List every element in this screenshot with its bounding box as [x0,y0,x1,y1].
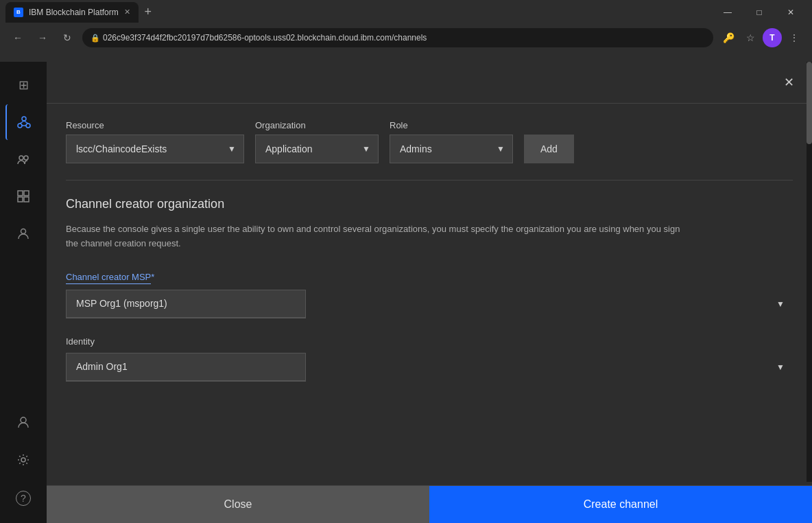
key-icon[interactable]: 🔑 [719,28,738,47]
msp-chevron-icon: ▼ [776,299,785,309]
window-controls: — □ ✕ [712,0,807,24]
menu-button[interactable]: ⋮ [785,28,804,47]
svg-line-3 [20,121,24,124]
new-tab-button[interactable]: + [139,3,158,22]
role-select[interactable]: Admins [390,135,513,163]
star-icon[interactable]: ☆ [741,28,760,47]
modal-close-button[interactable]: ✕ [779,73,798,92]
sidebar-item-nodes[interactable] [5,104,41,140]
resource-select-wrapper: lscc/ChaincodeExists ▼ [66,135,244,163]
sidebar-item-help[interactable]: ? [5,480,41,516]
msp-select-wrapper: MSP Org1 (msporg1) ▼ [66,290,793,318]
organization-select[interactable]: Application [255,135,379,163]
users-icon [16,226,30,240]
svg-point-13 [21,417,26,423]
section-description: Because the console gives a single user … [66,222,683,251]
sidebar-item-organizations[interactable] [5,141,41,177]
svg-point-7 [24,156,28,160]
sidebar-bottom: ? [5,404,41,518]
title-bar: B IBM Blockchain Platform ✕ + — □ ✕ [0,0,812,24]
modal-footer: Close Create channel [47,485,812,523]
grid-icon: ⊞ [19,78,29,93]
address-input[interactable]: 🔒 026c9e3f374d4f2fbc20197d7bd62586-optoo… [82,28,713,47]
svg-rect-9 [24,191,29,196]
svg-line-4 [24,121,28,124]
footer-close-button[interactable]: Close [47,486,429,523]
lock-icon: 🔒 [91,34,100,43]
svg-point-6 [19,156,23,160]
svg-point-2 [26,124,30,128]
sidebar: ⊞ [0,62,47,523]
svg-point-0 [22,117,26,121]
svg-rect-10 [18,197,23,202]
identity-label: Identity [66,336,95,347]
resource-label: Resource [66,120,244,130]
modal-panel: ✕ Resource lscc/ChaincodeExists ▼ Organi… [47,62,812,523]
channel-creator-section: Channel creator organization Because the… [66,197,793,382]
tab-close-button[interactable]: ✕ [124,8,130,16]
resource-select[interactable]: lscc/ChaincodeExists [66,135,244,163]
identity-select-wrapper: Admin Org1 ▼ [66,353,793,382]
sidebar-item-identity[interactable] [5,404,41,439]
organization-label: Organization [255,120,379,130]
maximize-button[interactable]: □ [743,0,775,24]
forward-button[interactable]: → [33,28,52,47]
reload-button[interactable]: ↻ [58,28,77,47]
footer-create-button[interactable]: Create channel [429,486,812,523]
back-button[interactable]: ← [8,28,27,47]
window-close-button[interactable]: ✕ [775,0,807,24]
browser-actions: 🔑 ☆ T ⋮ [719,28,804,47]
help-icon: ? [16,491,31,506]
channel-icon [16,189,30,203]
minimize-button[interactable]: — [712,0,743,24]
svg-point-1 [18,124,22,128]
identity-field: Identity Admin Org1 ▼ [66,335,793,382]
browser-tab[interactable]: B IBM Blockchain Platform ✕ [5,2,139,23]
identity-label-row: Identity [66,335,793,347]
modal-scrollbar[interactable] [807,62,812,482]
sidebar-item-overview[interactable]: ⊞ [5,67,41,103]
role-field-group: Role Admins ▼ [390,120,513,163]
svg-rect-11 [24,197,29,202]
organization-select-wrapper: Application ▼ [255,135,379,163]
svg-rect-8 [18,191,23,196]
tab-favicon: B [14,8,23,17]
resource-field-group: Resource lscc/ChaincodeExists ▼ [66,120,244,163]
identity-icon [16,415,30,428]
sidebar-item-settings[interactable] [5,442,41,478]
identity-chevron-icon: ▼ [776,362,785,372]
modal-body: Resource lscc/ChaincodeExists ▼ Organiza… [47,104,812,485]
address-url: 026c9e3f374d4f2fbc20197d7bd62586-optools… [103,33,427,43]
organization-field-group: Organization Application ▼ [255,120,379,163]
resource-row: Resource lscc/ChaincodeExists ▼ Organiza… [66,120,793,181]
sidebar-item-users[interactable] [5,216,41,251]
browser-chrome: B IBM Blockchain Platform ✕ + — □ ✕ ← → … [0,0,812,62]
msp-select[interactable]: MSP Org1 (msporg1) [66,290,306,318]
tab-title: IBM Blockchain Platform [29,8,119,17]
section-title: Channel creator organization [66,197,793,211]
profile-button[interactable]: T [763,28,782,47]
msp-field: Channel creator MSP* MSP Org1 (msporg1) … [66,270,793,318]
org-icon [16,152,30,166]
msp-label-row: Channel creator MSP* [66,270,793,284]
identity-select[interactable]: Admin Org1 [66,353,306,382]
sidebar-item-channels[interactable] [5,178,41,214]
modal-header: ✕ [47,62,812,104]
msp-required: * [151,272,154,282]
add-button[interactable]: Add [524,135,574,163]
role-select-wrapper: Admins ▼ [390,135,513,163]
role-label: Role [390,120,513,130]
settings-icon [16,453,30,467]
svg-point-12 [21,229,26,234]
msp-label: Channel creator MSP [66,272,151,284]
address-bar: ← → ↻ 🔒 026c9e3f374d4f2fbc20197d7bd62586… [0,24,812,51]
nodes-icon [17,115,31,129]
scrollbar-thumb [807,62,812,144]
svg-point-14 [21,458,25,462]
